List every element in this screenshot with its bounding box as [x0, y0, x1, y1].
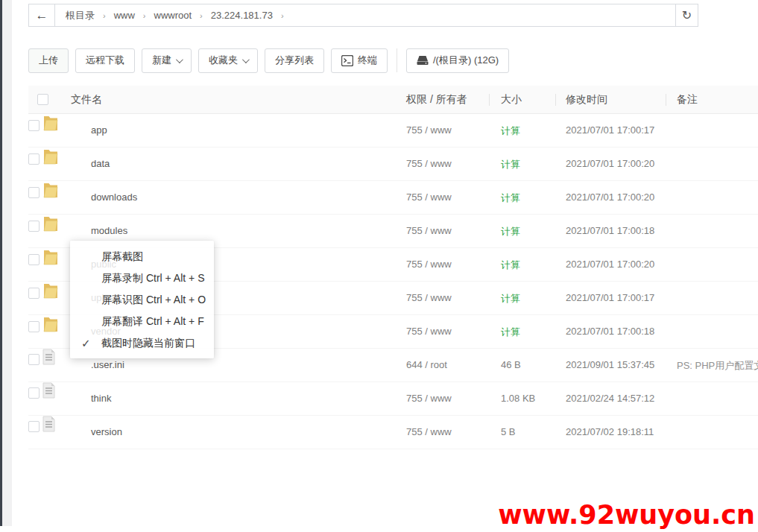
breadcrumb-separator: › [143, 11, 146, 20]
file-name[interactable]: think [91, 393, 111, 404]
upload-button[interactable]: 上传 [28, 48, 69, 73]
file-size: 46 B [501, 359, 521, 370]
row-checkbox[interactable] [28, 421, 40, 432]
terminal-icon [341, 55, 353, 66]
file-size: 5 B [501, 426, 516, 437]
share-list-button[interactable]: 分享列表 [265, 48, 324, 73]
row-checkbox[interactable] [28, 221, 40, 232]
terminal-button[interactable]: 终端 [331, 48, 388, 73]
folder-icon [42, 189, 59, 200]
calculate-size-link[interactable]: 计算 [501, 124, 520, 138]
menu-item[interactable]: ✓截图时隐藏当前窗口 [70, 332, 214, 354]
header-divider [489, 94, 490, 106]
calculate-size-link[interactable]: 计算 [501, 259, 520, 272]
file-permissions: 755 / www [406, 191, 452, 203]
file-modified-time: 2021/07/02 19:18:11 [566, 426, 654, 437]
chevron-down-icon [242, 56, 250, 63]
menu-item[interactable]: 屏幕翻译 Ctrl + Alt + F [70, 311, 214, 332]
row-checkbox[interactable] [28, 254, 40, 265]
row-checkbox[interactable] [28, 120, 40, 131]
breadcrumb-item[interactable]: www [114, 10, 135, 21]
menu-item[interactable]: 屏幕识图 Ctrl + Alt + O [70, 289, 214, 311]
file-permissions: 755 / www [406, 124, 452, 136]
row-checkbox[interactable] [28, 321, 40, 332]
remote-download-button[interactable]: 远程下载 [75, 48, 135, 73]
left-arrow-icon: ← [36, 8, 48, 23]
calculate-size-link[interactable]: 计算 [501, 326, 520, 339]
file-modified-time: 2021/02/24 14:57:12 [566, 393, 654, 404]
file-modified-time: 2021/09/01 15:37:45 [566, 359, 654, 370]
disk-root-button[interactable]: /(根目录) (12G) [406, 48, 509, 73]
file-modified-time: 2021/07/01 17:00:18 [566, 225, 654, 236]
file-table-header: 文件名 权限 / 所有者 大小 修改时间 备注 [28, 86, 758, 114]
back-button[interactable]: ← [29, 4, 55, 26]
file-modified-time: 2021/07/01 17:00:17 [566, 124, 654, 136]
folder-icon [42, 223, 59, 234]
file-modified-time: 2021/07/01 17:00:20 [566, 191, 654, 203]
select-all-checkbox[interactable] [37, 94, 48, 105]
file-permissions: 755 / www [406, 292, 452, 303]
calculate-size-link[interactable]: 计算 [501, 292, 520, 305]
table-row: downloads 755 / www 计算 2021/07/01 17:00:… [28, 181, 758, 215]
chevron-down-icon [176, 56, 183, 63]
file-permissions: 755 / www [406, 393, 452, 404]
share-list-label: 分享列表 [275, 54, 314, 67]
breadcrumb-item[interactable]: wwwroot [154, 10, 192, 21]
terminal-button-label: 终端 [358, 54, 377, 67]
file-permissions: 755 / www [406, 225, 452, 236]
file-note: PS: PHP用户配置文件 [677, 359, 758, 373]
header-modified-time: 修改时间 [566, 93, 607, 107]
disk-root-label: /(根目录) (12G) [433, 54, 499, 67]
file-permissions: 755 / www [406, 426, 452, 437]
calculate-size-link[interactable]: 计算 [501, 158, 520, 171]
file-permissions: 755 / www [406, 326, 452, 337]
calculate-size-link[interactable]: 计算 [501, 225, 520, 238]
file-name[interactable]: modules [91, 225, 127, 236]
file-modified-time: 2021/07/01 17:00:17 [566, 292, 654, 303]
breadcrumb-separator: › [200, 11, 203, 20]
favorites-dropdown-button[interactable]: 收藏夹 [198, 48, 258, 73]
folder-icon [42, 323, 59, 335]
table-row: think 755 / www 1.08 KB 2021/02/24 14:57… [28, 382, 758, 416]
file-name[interactable]: downloads [91, 191, 137, 203]
path-bar: ← 根目录›www›wwwroot›23.224.181.73› ↻ [28, 4, 698, 27]
file-modified-time: 2021/07/01 17:00:18 [566, 326, 654, 337]
breadcrumb: 根目录›www›wwwroot›23.224.181.73› [55, 4, 675, 26]
menu-item-label: 屏幕识图 Ctrl + Alt + O [101, 294, 206, 305]
row-checkbox[interactable] [28, 354, 40, 365]
breadcrumb-item[interactable]: 根目录 [66, 9, 95, 22]
toolbar: 上传 远程下载 新建 收藏夹 分享列表 终端 /(根目录) (12G) [28, 48, 509, 73]
row-checkbox[interactable] [28, 288, 40, 299]
menu-item-label: 屏幕翻译 Ctrl + Alt + F [101, 315, 204, 327]
menu-item[interactable]: 屏幕截图 [70, 246, 214, 267]
table-row: version 755 / www 5 B 2021/07/02 19:18:1… [28, 416, 758, 449]
file-size: 1.08 KB [501, 393, 535, 404]
file-name[interactable]: data [91, 158, 110, 169]
watermark-text: www.92wuyou.cn [498, 498, 755, 532]
table-row: data 755 / www 计算 2021/07/01 17:00:20 [28, 148, 758, 181]
file-icon [42, 423, 55, 434]
menu-item[interactable]: 屏幕录制 Ctrl + Alt + S [70, 267, 214, 289]
calculate-size-link[interactable]: 计算 [501, 191, 520, 205]
row-checkbox[interactable] [28, 153, 40, 165]
new-dropdown-button[interactable]: 新建 [142, 48, 192, 73]
breadcrumb-item[interactable]: 23.224.181.73 [211, 10, 273, 21]
new-button-label: 新建 [152, 54, 171, 67]
file-permissions: 755 / www [406, 158, 452, 169]
row-checkbox[interactable] [28, 387, 40, 399]
row-checkbox[interactable] [28, 187, 40, 198]
file-name[interactable]: version [91, 426, 122, 437]
remote-download-label: 远程下载 [86, 54, 124, 67]
header-filename: 文件名 [71, 93, 102, 107]
refresh-button[interactable]: ↻ [675, 4, 698, 26]
header-size: 大小 [501, 93, 522, 107]
table-row: app 755 / www 计算 2021/07/01 17:00:17 [28, 114, 758, 148]
left-gutter [2, 0, 12, 526]
menu-item-label: 屏幕录制 Ctrl + Alt + S [101, 272, 204, 284]
menu-item-label: 屏幕截图 [101, 250, 143, 262]
file-modified-time: 2021/07/01 17:00:20 [566, 158, 654, 169]
file-modified-time: 2021/07/01 17:00:20 [566, 259, 654, 270]
file-permissions: 644 / root [406, 359, 447, 370]
file-name[interactable]: app [91, 124, 107, 136]
file-name[interactable]: .user.ini [91, 359, 124, 370]
